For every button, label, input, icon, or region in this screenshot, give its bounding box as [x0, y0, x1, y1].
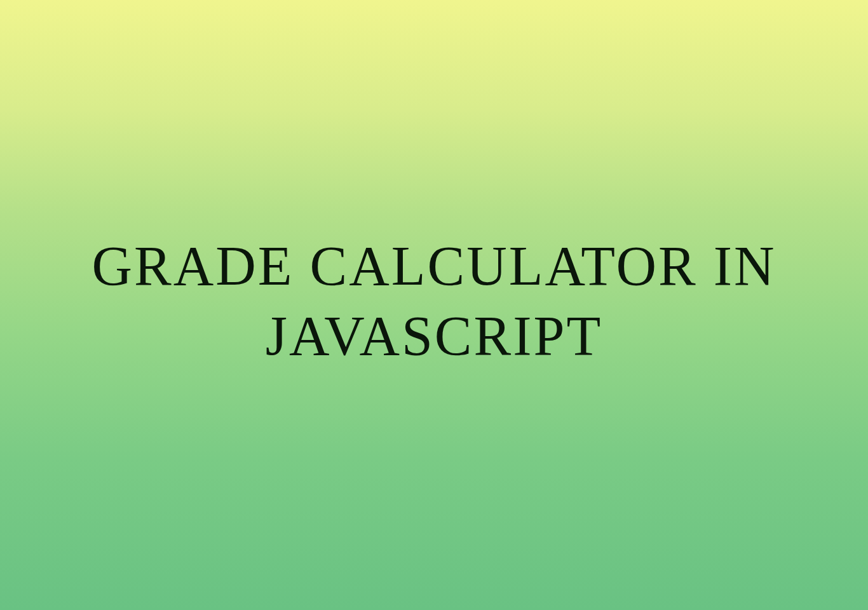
title-slide: GRADE CALCULATOR IN JAVASCRIPT	[40, 221, 828, 389]
title-line-1: GRADE CALCULATOR IN	[92, 235, 776, 297]
title-svg: GRADE CALCULATOR IN JAVASCRIPT	[40, 221, 828, 386]
title-line-2: JAVASCRIPT	[266, 305, 603, 367]
